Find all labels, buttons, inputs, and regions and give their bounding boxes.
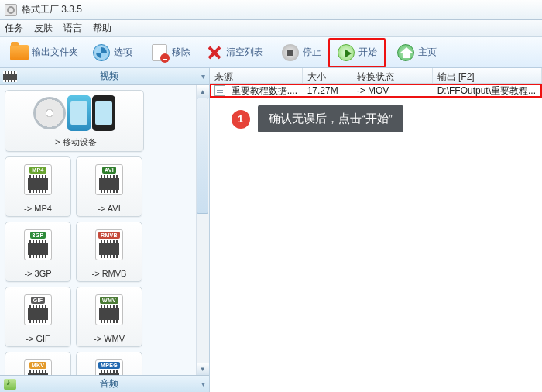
options-button[interactable]: 选项 xyxy=(85,40,139,66)
music-note-icon xyxy=(4,379,16,390)
format-label: -> AVI xyxy=(98,202,120,216)
stop-icon xyxy=(282,44,299,61)
cell-source: 重要教程数据.... xyxy=(227,84,303,98)
format-rmvb[interactable]: RMVB -> RMVB xyxy=(76,222,142,282)
chevron-up-icon: ▾ xyxy=(198,72,209,81)
annotation-callout: 1 确认无误后，点击“开始” xyxy=(232,105,403,132)
col-output[interactable]: 输出 [F2] xyxy=(433,68,542,83)
rmvb-tag: RMVB xyxy=(98,232,120,239)
tablet-icon xyxy=(92,95,115,131)
table-header: 来源 大小 转换状态 输出 [F2] xyxy=(210,68,542,84)
left-panel: 视频 ▾ -> 移动设备 MP4 -> MP4 xyxy=(0,68,210,392)
format-mp4[interactable]: MP4 -> MP4 xyxy=(5,156,71,217)
video-tab[interactable]: 视频 ▾ xyxy=(0,68,209,85)
toolbar: 输出文件夹 选项 移除 清空列表 停止 开始 主页 xyxy=(0,37,542,68)
clear-label: 清空列表 xyxy=(226,46,263,59)
gif-tag: GIF xyxy=(31,297,46,304)
menu-skin[interactable]: 皮肤 xyxy=(34,22,53,35)
stop-label: 停止 xyxy=(303,46,321,59)
menu-bar: 任务 皮肤 语言 帮助 xyxy=(0,20,542,37)
mkv-tag: MKV xyxy=(29,362,46,369)
options-label: 选项 xyxy=(114,46,132,59)
window-title: 格式工厂 3.3.5 xyxy=(22,3,82,16)
callout-text: 确认无误后，点击“开始” xyxy=(258,105,403,132)
home-label: 主页 xyxy=(418,46,437,59)
format-label: -> 移动设备 xyxy=(52,135,96,151)
table-body: 重要教程数据.... 17.27M -> MOV D:\FFOutput\重要教… xyxy=(210,84,542,98)
audio-tab[interactable]: 音频 ▾ xyxy=(0,375,209,392)
format-3gp[interactable]: 3GP -> 3GP xyxy=(5,222,71,282)
title-bar: 格式工厂 3.3.5 xyxy=(0,0,542,20)
cell-status: -> MOV xyxy=(352,84,433,97)
clear-list-button[interactable]: 清空列表 xyxy=(197,40,270,66)
remove-button[interactable]: 移除 xyxy=(143,40,197,66)
right-panel: 来源 大小 转换状态 输出 [F2] 重要教程数据.... 17.27M -> … xyxy=(210,68,542,392)
3gp-tag: 3GP xyxy=(30,232,46,239)
format-label: -> MP4 xyxy=(24,202,52,216)
video-tab-label: 视频 xyxy=(20,70,198,83)
format-mpg[interactable]: MPEG -> MPG xyxy=(76,352,142,375)
menu-language[interactable]: 语言 xyxy=(63,22,82,35)
table-row[interactable]: 重要教程数据.... 17.27M -> MOV D:\FFOutput\重要教… xyxy=(210,84,542,98)
menu-task[interactable]: 任务 xyxy=(5,22,23,35)
col-source[interactable]: 来源 xyxy=(210,68,303,83)
format-wmv[interactable]: WMV -> WMV xyxy=(76,287,142,347)
wmv-tag: WMV xyxy=(100,297,118,304)
scroll-up-button[interactable]: ▲ xyxy=(197,85,209,98)
main-area: 视频 ▾ -> 移动设备 MP4 -> MP4 xyxy=(0,68,542,392)
callout-number: 1 xyxy=(232,110,250,129)
stop-button[interactable]: 停止 xyxy=(274,40,328,66)
audio-tab-label: 音频 xyxy=(20,377,198,390)
document-icon xyxy=(214,85,225,96)
remove-label: 移除 xyxy=(172,46,190,59)
disc-icon xyxy=(33,97,66,129)
scroll-thumb[interactable] xyxy=(197,98,208,214)
mpeg-tag: MPEG xyxy=(98,362,120,369)
home-icon xyxy=(397,44,414,61)
film-icon xyxy=(3,71,17,82)
home-button[interactable]: 主页 xyxy=(389,40,444,66)
format-mobile[interactable]: -> 移动设备 xyxy=(5,90,144,152)
phone-icon xyxy=(67,95,91,131)
options-icon xyxy=(93,44,110,61)
menu-help[interactable]: 帮助 xyxy=(93,22,111,35)
output-folder-button[interactable]: 输出文件夹 xyxy=(3,40,85,66)
avi-tag: AVI xyxy=(102,167,116,174)
app-icon xyxy=(5,4,17,16)
col-size[interactable]: 大小 xyxy=(303,68,352,83)
format-label: -> RMVB xyxy=(92,267,127,281)
clear-icon xyxy=(206,45,221,60)
start-label: 开始 xyxy=(358,46,377,59)
mp4-tag: MP4 xyxy=(29,167,46,174)
start-highlight: 开始 xyxy=(328,38,386,67)
cell-output: D:\FFOutput\重要教程... xyxy=(433,84,540,98)
format-grid: -> 移动设备 MP4 -> MP4 AVI -> AVI 3GP -> 3GP… xyxy=(0,85,209,375)
scroll-down-button[interactable]: ▼ xyxy=(197,363,209,375)
col-status[interactable]: 转换状态 xyxy=(352,68,433,83)
cell-size: 17.27M xyxy=(303,84,352,97)
format-label: -> WMV xyxy=(94,332,125,346)
chevron-down-icon: ▾ xyxy=(198,380,209,388)
format-avi[interactable]: AVI -> AVI xyxy=(76,156,142,217)
format-gif[interactable]: GIF -> GIF xyxy=(5,287,71,347)
format-mkv[interactable]: MKV -> MKV xyxy=(5,352,71,375)
format-label: -> GIF xyxy=(26,332,50,346)
remove-icon xyxy=(152,44,167,61)
folder-icon xyxy=(10,45,29,60)
output-folder-label: 输出文件夹 xyxy=(32,46,78,59)
play-icon xyxy=(338,44,355,61)
vertical-scrollbar[interactable]: ▲ ▼ xyxy=(196,85,209,375)
format-label: -> 3GP xyxy=(24,267,51,281)
start-button[interactable]: 开始 xyxy=(330,40,384,66)
